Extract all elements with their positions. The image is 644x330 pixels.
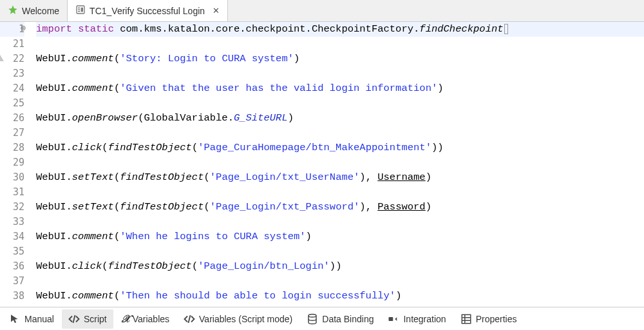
btab-label: Script xyxy=(84,314,107,324)
bottom-tabbar: Manual Script 𝒳 Variables Variables (Scr… xyxy=(0,307,644,330)
fold-expand-icon[interactable]: ⊕ xyxy=(18,24,26,32)
code-line[interactable] xyxy=(36,274,644,289)
btab-label: Manual xyxy=(24,314,54,324)
code-line[interactable]: WebUI.openBrowser(GlobalVariable.G_SiteU… xyxy=(36,111,644,126)
code-line[interactable] xyxy=(36,185,644,200)
tab-data-binding[interactable]: Data Binding xyxy=(300,309,380,329)
integration-icon xyxy=(388,313,399,325)
tab-welcome[interactable]: Welcome xyxy=(0,0,68,21)
svg-rect-4 xyxy=(81,8,83,12)
tab-label: TC1_Verify Successful Login xyxy=(90,6,205,16)
code-line[interactable] xyxy=(36,244,644,259)
cursor-icon xyxy=(9,313,21,325)
warning-marker-icon xyxy=(0,55,4,61)
star-icon xyxy=(8,5,18,17)
code-line[interactable]: WebUI.comment('Given that the user has t… xyxy=(36,81,644,96)
variable-x-icon: 𝒳 xyxy=(121,313,129,325)
testcase-file-icon xyxy=(75,5,86,17)
code-icon xyxy=(68,313,80,325)
code-line[interactable] xyxy=(36,215,644,229)
code-line[interactable]: WebUI.setText(findTestObject('Page_Login… xyxy=(36,200,644,215)
tab-label: Welcome xyxy=(22,6,59,16)
tab-variables[interactable]: 𝒳 Variables xyxy=(115,309,176,329)
code-line[interactable]: WebUI.comment('Story: Login to CURA syst… xyxy=(36,52,644,66)
svg-rect-7 xyxy=(462,315,471,324)
code-line[interactable]: import static com.kms.katalon.core.check… xyxy=(36,22,644,37)
code-icon xyxy=(184,313,195,325)
code-line[interactable] xyxy=(36,37,644,52)
btab-label: Properties xyxy=(476,314,517,324)
line-gutter: 1⊕212223242526272829303132333435363738 xyxy=(0,22,30,307)
btab-label: Variables xyxy=(133,314,169,324)
code-line[interactable] xyxy=(36,155,644,170)
btab-label: Variables (Script mode) xyxy=(199,314,292,324)
tab-integration[interactable]: Integration xyxy=(381,309,452,329)
tab-properties[interactable]: Properties xyxy=(454,309,524,329)
code-line[interactable] xyxy=(36,126,644,141)
code-line[interactable]: WebUI.setText(findTestObject('Page_Login… xyxy=(36,170,644,185)
svg-rect-2 xyxy=(78,9,80,10)
code-editor[interactable]: 1⊕212223242526272829303132333435363738 i… xyxy=(0,22,644,307)
editor-tabbar: Welcome TC1_Verify Successful Login ✕ xyxy=(0,0,644,22)
code-line[interactable]: WebUI.comment('When he logins to CURA sy… xyxy=(36,229,644,244)
tab-script[interactable]: Script xyxy=(62,309,113,329)
svg-rect-6 xyxy=(389,317,393,321)
code-line[interactable]: WebUI.click(findTestObject('Page_Login/b… xyxy=(36,259,644,274)
btab-label: Integration xyxy=(403,314,446,324)
svg-rect-1 xyxy=(78,8,80,8)
btab-label: Data Binding xyxy=(322,314,374,324)
code-line[interactable]: WebUI.comment('Then he should be able to… xyxy=(36,289,644,304)
svg-rect-0 xyxy=(77,6,84,14)
code-line[interactable] xyxy=(36,96,644,111)
tab-variables-script[interactable]: Variables (Script mode) xyxy=(177,309,299,329)
code-area[interactable]: import static com.kms.katalon.core.check… xyxy=(30,22,644,307)
tab-file[interactable]: TC1_Verify Successful Login ✕ xyxy=(68,0,228,21)
svg-rect-3 xyxy=(78,11,80,12)
svg-point-5 xyxy=(308,314,316,317)
database-icon xyxy=(307,313,318,325)
tab-manual[interactable]: Manual xyxy=(3,309,61,329)
code-line[interactable] xyxy=(36,66,644,81)
close-icon[interactable]: ✕ xyxy=(213,6,220,15)
code-line[interactable]: WebUI.click(findTestObject('Page_CuraHom… xyxy=(36,141,644,155)
properties-icon xyxy=(460,313,472,325)
